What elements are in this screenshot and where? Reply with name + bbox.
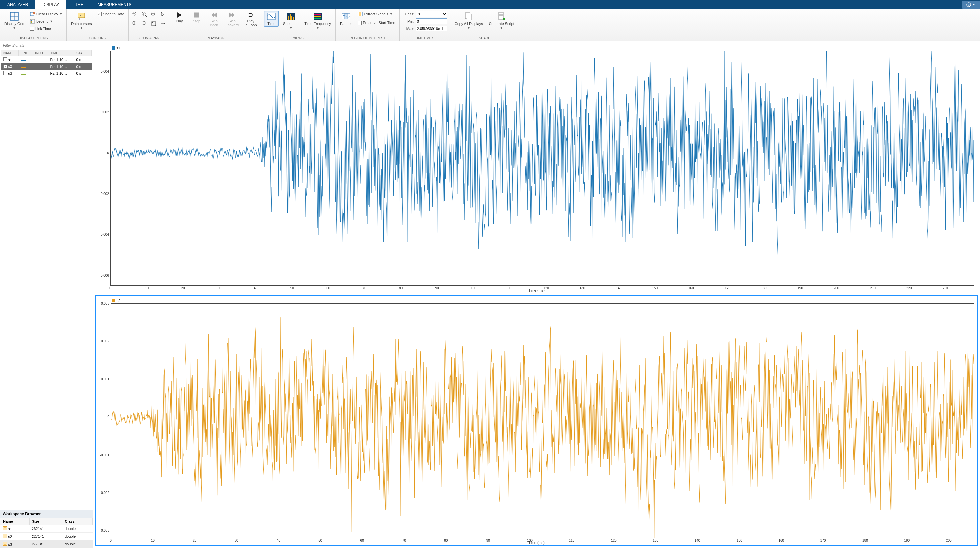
y-tick: -0.004 (100, 233, 110, 237)
ws-col-name[interactable]: Name (0, 518, 30, 525)
stop-button[interactable]: Stop (189, 11, 204, 24)
play-button[interactable]: Play (172, 11, 187, 24)
workspace-table[interactable]: Name Size Class s12621×1doubles22271×1do… (0, 518, 92, 548)
snap-to-data-label: Snap to Data (103, 12, 124, 16)
preserve-start-time-checkbox[interactable]: Preserve Start Time (356, 19, 397, 26)
app-tabbar: ANALYZER DISPLAY TIME MEASUREMENTS ? ▼ (0, 0, 980, 9)
filter-signals-input[interactable] (1, 42, 92, 49)
signal-color-swatch (21, 60, 26, 61)
signal-row[interactable]: ✓ s2Fs: 1.10…0 s (1, 64, 92, 70)
pointer-button[interactable] (159, 11, 167, 18)
snap-check-icon: ✓ (97, 12, 102, 16)
help-button[interactable]: ? ▼ (962, 1, 980, 9)
pan-icon (160, 21, 165, 26)
ws-col-class[interactable]: Class (62, 518, 92, 525)
zoom-in-x-icon (132, 12, 138, 17)
play-in-loop-button[interactable]: Play in Loop (243, 11, 258, 28)
link-time-check-icon (30, 27, 34, 31)
legend-button[interactable]: Legend ▼ (29, 18, 64, 25)
clear-display-icon (30, 11, 35, 17)
link-time-checkbox[interactable]: Link Time (29, 25, 64, 32)
zoom-in-y-button[interactable] (141, 11, 148, 18)
svg-rect-42 (314, 17, 321, 19)
sig-col-start[interactable]: STA… (74, 51, 92, 56)
data-cursors-icon: 2.5 (76, 12, 86, 21)
signal-checkbox[interactable] (3, 71, 7, 75)
snap-to-data-checkbox[interactable]: ✓ Snap to Data (96, 11, 126, 17)
plot-area[interactable]: -0.003-0.002-0.00100.0010.0020.003010203… (111, 303, 974, 538)
svg-text:2.5: 2.5 (80, 14, 84, 17)
generate-script-button[interactable]: Generate Script▼ (487, 11, 516, 30)
extract-signals-button[interactable]: Extract Signals▼ (356, 11, 397, 17)
svg-rect-35 (288, 16, 289, 19)
copy-icon (464, 12, 473, 21)
spectrum-view-button[interactable]: Spectrum▼ (281, 11, 300, 30)
stop-icon (193, 12, 200, 18)
clear-display-button[interactable]: Clear Display ▼ (29, 11, 64, 17)
svg-rect-44 (344, 14, 348, 19)
ribbon-title-zoom-pan: ZOOM & PAN (131, 36, 167, 40)
y-tick: -0.001 (100, 453, 111, 456)
copy-all-displays-button[interactable]: Copy All Displays▼ (453, 11, 485, 30)
zoom-in-button[interactable]: + (131, 20, 138, 27)
signal-checkbox[interactable] (3, 57, 7, 61)
y-tick: -0.003 (100, 529, 111, 532)
pan-button[interactable] (159, 20, 167, 27)
signals-table[interactable]: NAME LINE INFO TIME STA… s1Fs: 1.10…0 s✓… (1, 50, 92, 510)
tab-measurements[interactable]: MEASUREMENTS (91, 0, 138, 9)
svg-line-26 (136, 24, 137, 26)
workspace-row[interactable]: s12621×1double (0, 525, 92, 533)
data-cursors-button[interactable]: 2.5 Data cursors ▼ (69, 11, 93, 30)
panner-button[interactable]: Panner (338, 11, 353, 27)
tab-time[interactable]: TIME (66, 0, 91, 9)
variable-icon (3, 526, 7, 531)
svg-rect-32 (194, 13, 199, 17)
ws-col-size[interactable]: Size (29, 518, 62, 525)
sig-col-time[interactable]: TIME (48, 51, 74, 56)
sig-col-line[interactable]: LINE (19, 51, 33, 56)
chart-panel[interactable]: s1-0.006-0.004-0.00200.0020.004010203040… (95, 43, 978, 293)
signal-color-swatch (21, 67, 26, 68)
loop-label: Play in Loop (245, 19, 257, 27)
sig-col-name[interactable]: NAME (1, 51, 19, 56)
skip-back-button[interactable]: Skip Back (207, 11, 221, 28)
plot-area[interactable]: -0.006-0.004-0.00200.0020.00401020304050… (110, 51, 974, 286)
zoom-in-x-button[interactable] (131, 11, 138, 18)
time-frequency-view-button[interactable]: Time-Frequency▼ (303, 11, 332, 30)
fit-view-button[interactable] (150, 20, 157, 27)
zoom-xy-button[interactable] (150, 11, 157, 18)
time-view-button[interactable]: Time (264, 11, 278, 27)
sig-col-info[interactable]: INFO (33, 51, 48, 56)
preserve-check-icon (358, 21, 362, 25)
zoom-out-button[interactable]: – (141, 20, 148, 27)
units-select[interactable]: s (415, 11, 447, 17)
workspace-row[interactable]: s22271×1double (0, 533, 92, 540)
signal-checkbox[interactable]: ✓ (3, 65, 7, 68)
tab-analyzer[interactable]: ANALYZER (0, 0, 35, 9)
grid-icon (10, 12, 19, 21)
min-label: Min: (402, 19, 414, 23)
signal-row[interactable]: s3Fs: 1.10…0 s (1, 70, 92, 77)
play-icon (176, 12, 183, 18)
workspace-row[interactable]: s32771×1double (0, 540, 92, 548)
time-view-label: Time (267, 22, 275, 25)
copy-label: Copy All Displays (455, 22, 483, 25)
max-input[interactable] (415, 25, 447, 32)
skip-forward-button[interactable]: Skip Forward (224, 11, 240, 28)
tab-display[interactable]: DISPLAY (35, 0, 66, 9)
ribbon-title-display-options: DISPLAY OPTIONS (3, 36, 64, 40)
svg-rect-37 (291, 16, 292, 19)
max-label: Max: (402, 27, 414, 30)
svg-rect-38 (293, 17, 294, 19)
min-input[interactable] (415, 18, 447, 24)
loop-icon (247, 12, 254, 18)
legend-icon (30, 19, 35, 24)
zoom-out-icon: – (142, 21, 147, 26)
y-tick: 0.001 (101, 377, 111, 381)
signal-row[interactable]: s1Fs: 1.10…0 s (1, 56, 92, 64)
signal-color-swatch (21, 74, 26, 75)
chart-panel[interactable]: s2-0.003-0.002-0.00100.0010.0020.0030102… (95, 295, 978, 546)
display-grid-button[interactable]: Display Grid ▼ (3, 11, 26, 30)
y-tick: 0.002 (101, 110, 110, 114)
x-axis-label: Time (ms) (95, 288, 978, 292)
